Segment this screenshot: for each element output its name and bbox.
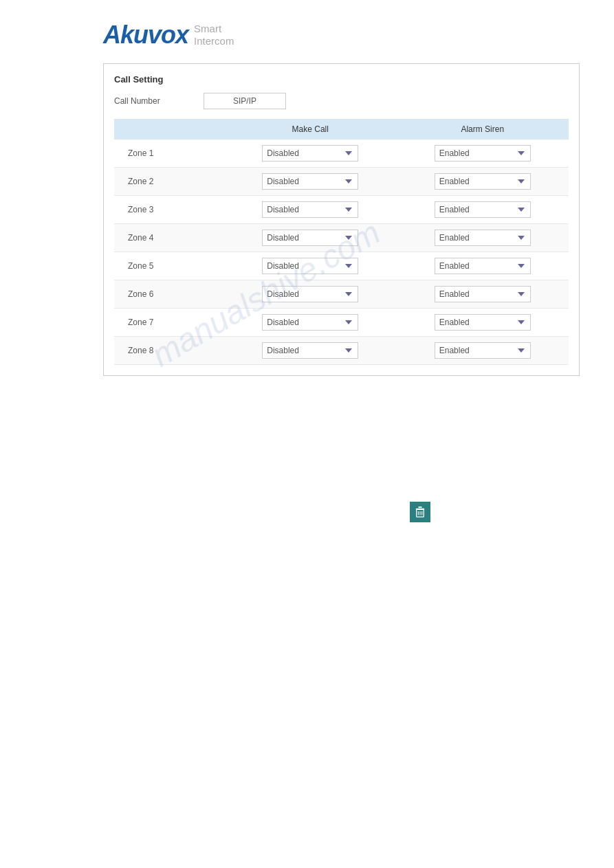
table-row: Zone 4DisabledEnabledDisabledEnabled — [114, 224, 569, 252]
alarm-siren-cell-3: DisabledEnabled — [397, 196, 569, 224]
zone-label-7: Zone 7 — [114, 309, 224, 337]
zones-table: Make Call Alarm Siren Zone 1DisabledEnab… — [114, 119, 569, 365]
alarm-siren-select-6[interactable]: DisabledEnabled — [435, 286, 531, 302]
zone-label-3: Zone 3 — [114, 196, 224, 224]
zone-label-4: Zone 4 — [114, 224, 224, 252]
make-call-select-5[interactable]: DisabledEnabled — [262, 258, 358, 274]
alarm-siren-cell-6: DisabledEnabled — [397, 280, 569, 309]
make-call-select-1[interactable]: DisabledEnabled — [262, 145, 358, 162]
make-call-select-4[interactable]: DisabledEnabled — [262, 230, 358, 246]
logo-akuvox: Akuvox — [103, 21, 188, 49]
table-header-alarm-siren: Alarm Siren — [397, 119, 569, 140]
make-call-cell-1: DisabledEnabled — [224, 140, 397, 168]
make-call-select-3[interactable]: DisabledEnabled — [262, 201, 358, 218]
make-call-cell-5: DisabledEnabled — [224, 252, 397, 280]
alarm-siren-select-8[interactable]: DisabledEnabled — [435, 342, 531, 359]
make-call-cell-3: DisabledEnabled — [224, 196, 397, 224]
make-call-select-7[interactable]: DisabledEnabled — [262, 314, 358, 331]
zone-label-5: Zone 5 — [114, 252, 224, 280]
logo-tagline: Smart Intercom — [194, 23, 234, 47]
table-header-zone — [114, 119, 224, 140]
make-call-select-8[interactable]: DisabledEnabled — [262, 342, 358, 359]
alarm-siren-select-5[interactable]: DisabledEnabled — [435, 258, 531, 274]
table-row: Zone 7DisabledEnabledDisabledEnabled — [114, 309, 569, 337]
logo-area: Akuvox Smart Intercom — [14, 21, 600, 49]
make-call-cell-4: DisabledEnabled — [224, 224, 397, 252]
table-row: Zone 1DisabledEnabledDisabledEnabled — [114, 140, 569, 168]
alarm-siren-select-3[interactable]: DisabledEnabled — [435, 201, 531, 218]
call-number-row: Call Number — [114, 93, 569, 109]
alarm-siren-select-4[interactable]: DisabledEnabled — [435, 230, 531, 246]
logo-intercom: Intercom — [194, 35, 234, 47]
alarm-siren-select-7[interactable]: DisabledEnabled — [435, 314, 531, 331]
make-call-select-2[interactable]: DisabledEnabled — [262, 173, 358, 190]
make-call-cell-7: DisabledEnabled — [224, 309, 397, 337]
zone-label-2: Zone 2 — [114, 168, 224, 196]
zones-tbody: Zone 1DisabledEnabledDisabledEnabledZone… — [114, 140, 569, 365]
make-call-select-6[interactable]: DisabledEnabled — [262, 286, 358, 302]
zone-label-8: Zone 8 — [114, 337, 224, 365]
make-call-cell-6: DisabledEnabled — [224, 280, 397, 309]
alarm-siren-select-2[interactable]: DisabledEnabled — [435, 173, 531, 190]
call-number-label: Call Number — [114, 96, 204, 106]
section-title: Call Setting — [114, 74, 569, 85]
call-number-input[interactable] — [204, 93, 286, 109]
alarm-siren-cell-4: DisabledEnabled — [397, 224, 569, 252]
table-header-row: Make Call Alarm Siren — [114, 119, 569, 140]
make-call-cell-8: DisabledEnabled — [224, 337, 397, 365]
table-header-make-call: Make Call — [224, 119, 397, 140]
zone-label-1: Zone 1 — [114, 140, 224, 168]
alarm-siren-cell-7: DisabledEnabled — [397, 309, 569, 337]
zone-label-6: Zone 6 — [114, 280, 224, 309]
table-row: Zone 8DisabledEnabledDisabledEnabled — [114, 337, 569, 365]
table-row: Zone 5DisabledEnabledDisabledEnabled — [114, 252, 569, 280]
trash-icon-container — [410, 502, 430, 522]
trash-button[interactable] — [410, 502, 430, 522]
alarm-siren-cell-8: DisabledEnabled — [397, 337, 569, 365]
trash-icon — [415, 507, 426, 518]
make-call-cell-2: DisabledEnabled — [224, 168, 397, 196]
alarm-siren-select-1[interactable]: DisabledEnabled — [435, 145, 531, 162]
page-wrapper: Akuvox Smart Intercom Call Setting Call … — [0, 0, 614, 397]
table-row: Zone 2DisabledEnabledDisabledEnabled — [114, 168, 569, 196]
logo-smart: Smart — [194, 23, 234, 35]
main-box: Call Setting Call Number Make Call Alarm… — [103, 63, 580, 376]
alarm-siren-cell-2: DisabledEnabled — [397, 168, 569, 196]
table-row: Zone 6DisabledEnabledDisabledEnabled — [114, 280, 569, 309]
table-row: Zone 3DisabledEnabledDisabledEnabled — [114, 196, 569, 224]
svg-rect-0 — [418, 507, 421, 508]
alarm-siren-cell-5: DisabledEnabled — [397, 252, 569, 280]
alarm-siren-cell-1: DisabledEnabled — [397, 140, 569, 168]
